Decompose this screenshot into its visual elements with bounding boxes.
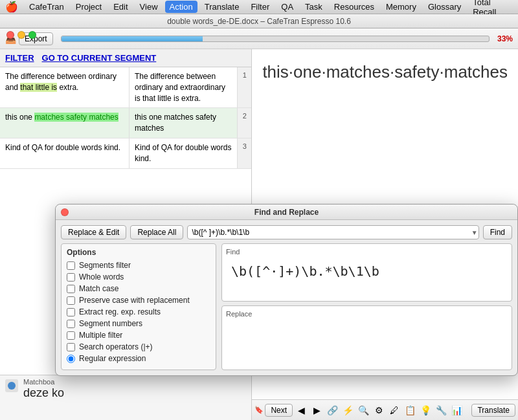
maximize-button[interactable] (28, 31, 36, 39)
menu-resources[interactable]: Resources (330, 1, 379, 13)
match-case-label: Match case (79, 284, 118, 293)
option-whole-words: Whole words (67, 272, 210, 282)
whole-words-checkbox[interactable] (67, 273, 75, 282)
replace-all-button[interactable]: Replace All (130, 225, 183, 239)
action-icon-6[interactable]: 📋 (403, 403, 417, 417)
extract-regex-label: Extract reg. exp. results (79, 307, 161, 316)
match-case-checkbox[interactable] (67, 285, 75, 293)
find-section-label: Find (226, 248, 508, 256)
multiple-filter-label: Multiple filter (79, 331, 122, 340)
highlight-yellow-1: that little is (20, 83, 57, 92)
source-segment-2[interactable]: this one matches safety matches (0, 108, 130, 138)
dialog-close-button[interactable] (61, 208, 69, 216)
search-input[interactable] (187, 225, 479, 239)
table-row[interactable]: The difference between ordinary and that… (0, 67, 251, 108)
options-panel: Options Segments filter Whole words Matc… (61, 243, 216, 370)
table-row[interactable]: this one matches safety matches this one… (0, 108, 251, 138)
target-segment-1[interactable]: The difference between ordinary and extr… (130, 67, 237, 107)
next-icon: 🔖 (254, 406, 264, 414)
action-icon-9[interactable]: 📊 (449, 403, 464, 417)
matchboard-label: Matchboa (23, 378, 64, 386)
whole-words-label: Whole words (79, 272, 124, 282)
segment-numbers-checkbox[interactable] (67, 320, 75, 328)
toolbar: 📤 Export 33% (0, 28, 518, 49)
segment-number-2: 2 (237, 108, 251, 138)
option-extract-regex: Extract reg. exp. results (67, 307, 210, 316)
extract-regex-checkbox[interactable] (67, 308, 75, 316)
action-icon-5[interactable]: 🖊 (387, 403, 401, 417)
replace-edit-button[interactable]: Replace & Edit (61, 225, 126, 239)
next-segment-icon[interactable]: ▶ (310, 403, 324, 417)
menu-translate[interactable]: Translate (200, 1, 244, 13)
target-segment-2[interactable]: this one matches safety matches (130, 108, 237, 138)
option-multiple-filter: Multiple filter (67, 331, 210, 340)
highlight-green-2: matches safety matches (34, 113, 118, 122)
source-segment-3[interactable]: Kind of QA for double words kind. (0, 138, 130, 168)
segment-number-1: 1 (237, 67, 251, 107)
preserve-case-checkbox[interactable] (67, 296, 75, 305)
action-icon-1[interactable]: 🔗 (325, 403, 339, 417)
prev-segment-icon[interactable]: ◀ (294, 403, 308, 417)
action-icon-8[interactable]: 🔧 (434, 403, 448, 417)
menu-edit[interactable]: Edit (109, 1, 132, 13)
progress-bar (61, 36, 490, 42)
dialog-title: Find and Replace (254, 208, 319, 217)
option-preserve-case: Preserve case with replacement (67, 296, 210, 305)
find-regex-display[interactable]: \b([^·]+)\b.*\b\1\b (226, 258, 508, 297)
translate-button[interactable]: Translate (471, 404, 515, 417)
matchboard-text: deze ko (23, 386, 64, 401)
option-search-operators: Search operators (|+) (67, 342, 210, 351)
goto-segment-link[interactable]: GO TO CURRENT SEGMENT (42, 53, 157, 63)
progress-fill (62, 36, 203, 41)
table-row[interactable]: Kind of QA for double words kind. Kind o… (0, 138, 251, 169)
multiple-filter-checkbox[interactable] (67, 331, 75, 340)
svg-point-0 (8, 382, 16, 390)
menu-memory[interactable]: Memory (381, 1, 421, 13)
segment-numbers-label: Segment numbers (79, 319, 142, 328)
option-match-case: Match case (67, 284, 210, 293)
menu-filter[interactable]: Filter (246, 1, 274, 13)
dialog-main: Options Segments filter Whole words Matc… (61, 243, 512, 370)
menu-task[interactable]: Task (300, 1, 327, 13)
filter-header: FILTER GO TO CURRENT SEGMENT (0, 49, 251, 67)
menu-qa[interactable]: QA (276, 1, 298, 13)
menu-view[interactable]: View (135, 1, 163, 13)
dialog-titlebar: Find and Replace (56, 204, 517, 220)
menu-project[interactable]: Project (71, 1, 106, 13)
menu-action[interactable]: Action (165, 1, 197, 13)
menu-glossary[interactable]: Glossary (423, 1, 466, 13)
dialog-right: Find \b([^·]+)\b.*\b\1\b Replace (221, 243, 512, 370)
action-icon-2[interactable]: ⚡ (341, 403, 355, 417)
find-replace-dialog[interactable]: Find and Replace Replace & Edit Replace … (55, 204, 518, 376)
matchboard-icon (5, 379, 18, 392)
dropdown-arrow-icon[interactable]: ▼ (471, 229, 478, 236)
source-segment-1[interactable]: The difference between ordinary and that… (0, 67, 130, 107)
action-icon-7[interactable]: 💡 (418, 403, 433, 417)
filter-link[interactable]: FILTER (5, 53, 34, 63)
menubar: 🍎 CafeTran Project Edit View Action Tran… (0, 0, 518, 14)
find-button[interactable]: Find (483, 225, 512, 239)
dialog-top-row: Replace & Edit Replace All ▼ Find (61, 225, 512, 239)
segments-filter-label: Segments filter (79, 261, 131, 270)
target-segment-3[interactable]: Kind of QA for double words kind. (130, 138, 237, 168)
search-input-container: ▼ (187, 225, 479, 239)
next-button[interactable]: Next (265, 404, 293, 417)
apple-menu[interactable]: 🍎 (5, 1, 18, 13)
bottom-toolbar: 🔖 Next ◀ ▶ 🔗 ⚡ 🔍 ⚙ 🖊 📋 💡 🔧 📊 Translate (252, 399, 518, 420)
menu-cafetran[interactable]: CafeTran (25, 1, 69, 13)
segments-filter-checkbox[interactable] (67, 261, 75, 270)
close-button[interactable] (6, 31, 14, 39)
window-controls (6, 31, 36, 39)
regular-expression-radio[interactable] (67, 355, 75, 363)
action-icon-4[interactable]: ⚙ (372, 403, 386, 417)
minimize-button[interactable] (17, 31, 25, 39)
regular-expression-label: Regular expression (79, 354, 146, 363)
search-operators-checkbox[interactable] (67, 343, 75, 351)
window-title: double words_de-DE.docx – CafeTran Espre… (167, 17, 351, 26)
matchboard: Matchboa deze ko (0, 375, 251, 420)
action-icon-3[interactable]: 🔍 (356, 403, 370, 417)
option-segment-numbers: Segment numbers (67, 319, 210, 328)
option-segments-filter: Segments filter (67, 261, 210, 270)
replace-section: Replace (221, 305, 512, 370)
dialog-body: Replace & Edit Replace All ▼ Find Option… (56, 220, 517, 375)
